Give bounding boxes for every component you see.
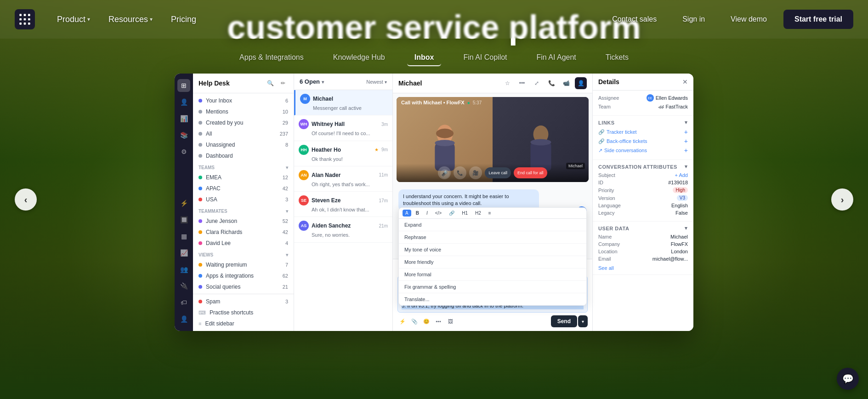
compose-more-icon[interactable]: ••• bbox=[433, 316, 443, 326]
conv-item-heather[interactable]: HH Heather Ho ★ 9m Ok thank you! bbox=[294, 141, 392, 166]
hd-teammate-david[interactable]: David Lee 4 bbox=[193, 238, 294, 249]
conv-attrs-chevron-icon[interactable]: ▾ bbox=[685, 164, 688, 170]
tab-apps-integrations[interactable]: Apps & Integrations bbox=[232, 50, 311, 66]
nav-product[interactable]: Product ▾ bbox=[50, 11, 97, 28]
ai-toolbar-bold-btn[interactable]: B bbox=[413, 210, 422, 217]
next-arrow[interactable]: › bbox=[831, 188, 853, 211]
hd-spam[interactable]: Spam 3 bbox=[193, 296, 294, 307]
leave-call-btn[interactable]: Leave call bbox=[485, 167, 511, 178]
prev-arrow[interactable]: ‹ bbox=[15, 188, 37, 211]
ai-toolbar-link-btn[interactable]: 🔗 bbox=[446, 210, 457, 217]
teams-chevron-icon[interactable]: ▾ bbox=[286, 165, 288, 170]
ai-toolbar-list-btn[interactable]: ≡ bbox=[486, 210, 494, 217]
ai-toolbar-italic-btn[interactable]: I bbox=[424, 210, 431, 217]
sidebar-icon-grid[interactable]: ▦ bbox=[177, 230, 190, 243]
links-chevron-icon[interactable]: ▾ bbox=[685, 120, 688, 125]
end-call-btn[interactable]: End call for all bbox=[514, 167, 547, 178]
sidebar-icon-settings[interactable]: ⚙ bbox=[177, 145, 190, 158]
hd-item-all[interactable]: All 237 bbox=[193, 128, 294, 139]
hd-view-social[interactable]: Social queries 21 bbox=[193, 281, 294, 292]
ai-menu-expand[interactable]: Expand bbox=[399, 219, 586, 231]
hd-item-created-by-you[interactable]: Created by you 29 bbox=[193, 117, 294, 128]
backoffice-link[interactable]: 🔗 Back-office tickets bbox=[598, 138, 647, 144]
chat-widget[interactable]: 💬 bbox=[837, 368, 859, 390]
tab-tickets[interactable]: Tickets bbox=[598, 50, 636, 66]
conv-sort[interactable]: Newest ▾ bbox=[366, 79, 387, 85]
hd-item-mentions[interactable]: Mentions 10 bbox=[193, 106, 294, 117]
subject-add-btn[interactable]: + Add bbox=[675, 172, 688, 178]
ai-menu-formal[interactable]: More formal bbox=[399, 268, 586, 281]
tracker-link[interactable]: 🔗 Tracker ticket bbox=[598, 129, 637, 135]
hd-team-apac[interactable]: APAC 42 bbox=[193, 183, 294, 194]
compose-lightning-icon[interactable]: ⚡ bbox=[397, 316, 408, 326]
sign-in-button[interactable]: Sign in bbox=[673, 11, 714, 28]
compose-emoji-icon[interactable]: 😊 bbox=[421, 316, 431, 326]
ai-menu-rephrase[interactable]: Rephrase bbox=[399, 231, 586, 244]
ai-toolbar-a-btn[interactable]: A bbox=[403, 210, 411, 217]
sidebar-icon-badge[interactable]: 🏷 bbox=[177, 296, 190, 309]
conv-item-alan[interactable]: AN Alan Nader 11m Oh right, yes that's w… bbox=[294, 166, 392, 192]
tab-knowledge-hub[interactable]: Knowledge Hub bbox=[326, 50, 392, 66]
hd-team-usa[interactable]: USA 3 bbox=[193, 194, 294, 205]
tab-inbox[interactable]: Inbox bbox=[407, 50, 442, 66]
hangup-btn[interactable]: 📞 bbox=[454, 166, 466, 179]
camera-btn[interactable]: 🎥 bbox=[469, 166, 482, 179]
sidebar-icon-inbox[interactable]: ⊞ bbox=[177, 79, 190, 92]
sidebar-icon-user-avatar[interactable]: 👤 bbox=[177, 313, 190, 325]
nav-pricing[interactable]: Pricing bbox=[164, 11, 204, 28]
details-close-button[interactable]: ✕ bbox=[682, 78, 688, 86]
conv-item-michael[interactable]: M Michael Messenger call active bbox=[294, 90, 392, 115]
tracker-add-btn[interactable]: + bbox=[684, 128, 688, 136]
hd-team-emea[interactable]: EMEA 12 bbox=[193, 172, 294, 183]
user-data-chevron-icon[interactable]: ▾ bbox=[685, 225, 688, 231]
views-chevron-icon[interactable]: ▾ bbox=[286, 252, 288, 257]
sidebar-icon-people[interactable]: 👥 bbox=[177, 263, 190, 276]
hd-view-apps-integrations[interactable]: Apps & integrations 62 bbox=[193, 270, 294, 281]
mute-btn[interactable]: 🎤 bbox=[438, 166, 451, 179]
hd-item-your-inbox[interactable]: Your Inbox 6 bbox=[193, 95, 294, 106]
conv-item-whitney[interactable]: WH Whitney Hall 3m Of course! I'll need … bbox=[294, 115, 392, 141]
tab-fin-ai-agent[interactable]: Fin AI Agent bbox=[529, 50, 584, 66]
hd-teammate-clara[interactable]: Clara Richards 42 bbox=[193, 227, 294, 238]
sidebar-icon-lightning[interactable]: ⚡ bbox=[177, 197, 190, 210]
hd-edit-sidebar[interactable]: ≡ Edit sidebar bbox=[193, 318, 294, 329]
hd-item-unassigned[interactable]: Unassigned 8 bbox=[193, 139, 294, 150]
hd-view-waiting-premium[interactable]: Waiting premium 7 bbox=[193, 259, 294, 270]
more-btn[interactable]: ••• bbox=[516, 77, 528, 89]
ai-menu-translate[interactable]: Translate... bbox=[399, 293, 586, 305]
helpdesk-compose-icon[interactable]: ✏ bbox=[278, 78, 288, 88]
send-button[interactable]: Send bbox=[551, 315, 577, 327]
see-all-link[interactable]: See all bbox=[598, 263, 688, 271]
sidebar-icon-chart[interactable]: 📈 bbox=[177, 246, 190, 259]
compose-image-icon[interactable]: 🖼 bbox=[445, 316, 455, 326]
logo[interactable] bbox=[15, 9, 35, 29]
profile-btn[interactable]: 👤 bbox=[575, 77, 587, 89]
sidebar-icon-plugin[interactable]: 🔌 bbox=[177, 279, 190, 292]
ai-menu-grammar[interactable]: Fix grammar & spelling bbox=[399, 281, 586, 293]
ai-menu-friendly[interactable]: More friendly bbox=[399, 256, 586, 268]
side-conv-link[interactable]: ↗ Side conversations bbox=[598, 148, 647, 154]
send-dropdown-button[interactable]: ▾ bbox=[578, 315, 588, 327]
teammates-chevron-icon[interactable]: ▾ bbox=[286, 209, 288, 214]
ai-toolbar-code-btn[interactable]: </> bbox=[432, 210, 444, 217]
compose-attachment-icon[interactable]: 📎 bbox=[409, 316, 420, 326]
sidebar-icon-apps[interactable]: 🔲 bbox=[177, 213, 190, 226]
expand-btn[interactable]: ⤢ bbox=[531, 77, 543, 89]
phone-btn[interactable]: 📞 bbox=[545, 77, 557, 89]
contact-sales-button[interactable]: Contact sales bbox=[603, 11, 666, 28]
tab-fin-ai-copilot[interactable]: Fin AI Copilot bbox=[456, 50, 514, 66]
helpdesk-search-icon[interactable]: 🔍 bbox=[265, 78, 275, 88]
ai-menu-tone[interactable]: My tone of voice bbox=[399, 244, 586, 256]
star-btn[interactable]: ☆ bbox=[501, 77, 513, 89]
view-demo-button[interactable]: View demo bbox=[721, 11, 776, 28]
sidebar-icon-contacts[interactable]: 👤 bbox=[177, 96, 190, 108]
hd-teammate-june[interactable]: June Jenson 52 bbox=[193, 216, 294, 227]
sidebar-icon-reports[interactable]: 📊 bbox=[177, 112, 190, 125]
hd-practise-shortcuts[interactable]: ⌨ Practise shortcuts bbox=[193, 307, 294, 318]
hd-item-dashboard[interactable]: Dashboard bbox=[193, 150, 294, 161]
conv-item-steven[interactable]: SE Steven Eze 17m Ah ok, I didn't know t… bbox=[294, 192, 392, 217]
start-trial-button[interactable]: Start free trial bbox=[783, 10, 853, 29]
video-btn[interactable]: 📹 bbox=[560, 77, 572, 89]
sidebar-icon-knowledge[interactable]: 📚 bbox=[177, 129, 190, 142]
backoffice-add-btn[interactable]: + bbox=[684, 137, 688, 145]
